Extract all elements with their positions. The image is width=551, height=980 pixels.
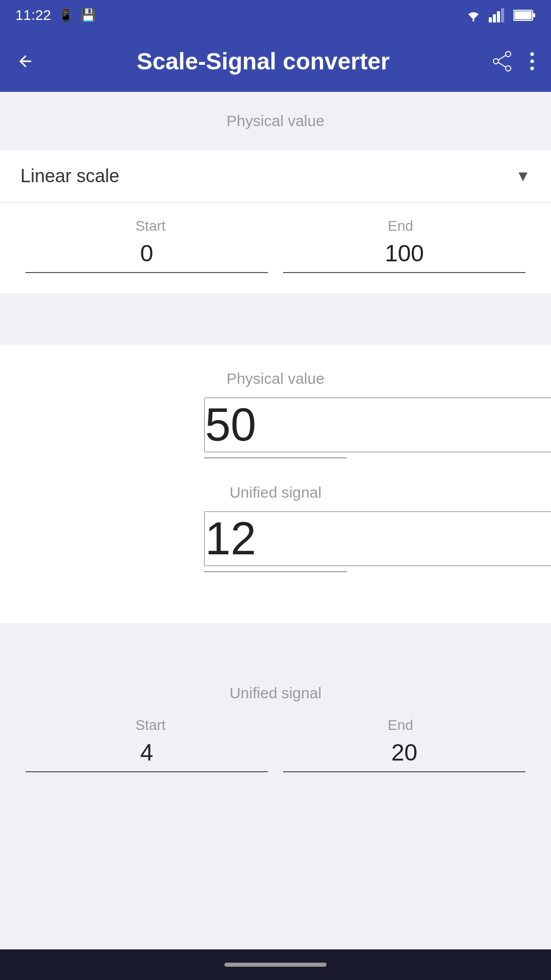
svg-point-14 [531, 60, 534, 63]
signal-icon [489, 8, 507, 22]
svg-line-11 [498, 55, 506, 60]
physical-end-wrapper [283, 239, 525, 273]
svg-rect-4 [501, 8, 504, 22]
unified-start-label: Start [26, 717, 276, 733]
nav-pill [224, 963, 327, 967]
unified-start-end-values [26, 739, 525, 772]
svg-rect-1 [489, 17, 492, 22]
app-bar-actions [491, 50, 536, 72]
svg-line-12 [498, 62, 506, 67]
svg-rect-7 [514, 11, 532, 19]
converter-unified-wrapper [204, 511, 347, 572]
physical-start-input[interactable] [26, 239, 268, 267]
physical-start-end-section: Start End [0, 203, 551, 293]
converter-physical-input[interactable] [204, 398, 551, 452]
svg-point-10 [493, 59, 498, 64]
app-bar-title: Scale-Signal converter [51, 47, 475, 75]
more-options-icon[interactable] [529, 50, 536, 72]
converter-physical-wrapper [204, 398, 347, 458]
svg-rect-3 [497, 11, 500, 22]
physical-end-label: End [276, 218, 525, 234]
physical-start-end-labels: Start End [26, 218, 525, 234]
wifi-icon [464, 8, 483, 22]
svg-point-9 [506, 66, 511, 71]
sim-icon: 📱 [58, 8, 73, 22]
svg-point-15 [531, 67, 534, 70]
physical-value-section: Physical value [0, 92, 551, 150]
converter-unified-input[interactable] [204, 511, 551, 566]
physical-start-end-values [26, 239, 525, 273]
status-bar-right [464, 8, 536, 22]
converter-unified-label: Unified signal [230, 484, 321, 501]
unified-start-input[interactable] [26, 739, 268, 766]
physical-value-label: Physical value [26, 112, 525, 130]
unified-end-wrapper [283, 739, 525, 772]
status-bar: 11:22 📱 💾 [0, 0, 551, 31]
unified-start-wrapper [26, 739, 268, 772]
svg-point-0 [472, 19, 474, 21]
physical-start-wrapper [26, 239, 268, 273]
svg-rect-2 [493, 14, 496, 22]
svg-point-8 [506, 52, 511, 57]
linear-scale-dropdown[interactable]: Linear scale ▼ [0, 150, 551, 203]
sd-card-icon: 💾 [81, 8, 96, 22]
status-bar-left: 11:22 📱 💾 [15, 7, 96, 23]
unified-signal-section: Unified signal Start End [0, 684, 551, 772]
physical-end-input[interactable] [283, 239, 525, 267]
share-icon[interactable] [491, 50, 513, 72]
unified-signal-label: Unified signal [26, 684, 525, 702]
svg-rect-6 [533, 13, 535, 17]
dropdown-arrow-icon: ▼ [515, 167, 531, 185]
back-button[interactable] [15, 51, 36, 71]
nav-bar [0, 949, 551, 980]
time-display: 11:22 [15, 7, 51, 23]
converter-physical-label: Physical value [227, 370, 324, 387]
physical-start-label: Start [26, 218, 276, 234]
app-bar: Scale-Signal converter [0, 31, 551, 92]
dropdown-value: Linear scale [20, 165, 119, 187]
unified-end-label: End [276, 717, 525, 733]
svg-point-13 [531, 53, 534, 56]
converter-section: Physical value Unified signal [0, 345, 551, 623]
unified-start-end-labels: Start End [26, 717, 525, 733]
battery-icon [513, 9, 536, 21]
unified-end-input[interactable] [283, 739, 525, 766]
